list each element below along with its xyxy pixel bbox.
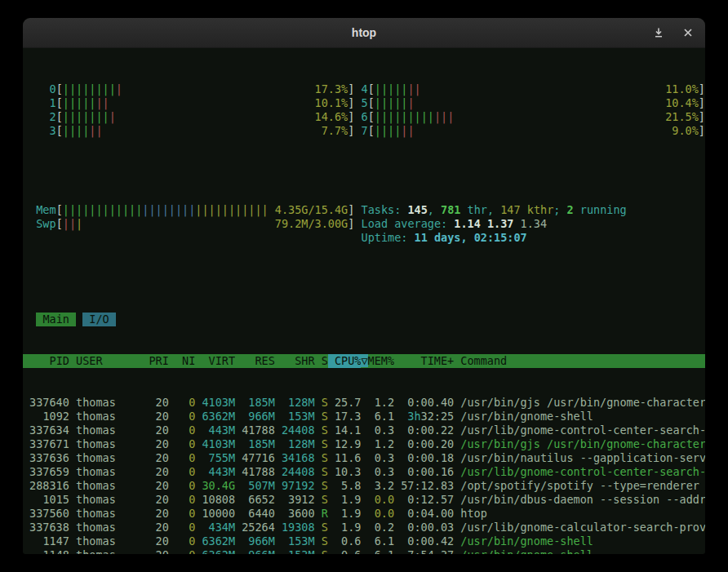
cell-shr: 24408 [275,465,315,479]
column-header-user[interactable]: USER [69,354,142,368]
cell-res: 47716 [235,451,275,465]
cpu-meter-4: 4[|||||||11.0%] [354,82,705,96]
meter-bracket: [ [56,203,63,217]
meter-bracket: [ [56,110,63,124]
process-row-337634[interactable]: 337634thomas200443M4178824408S14.10.30:0… [23,423,705,437]
cell-ni: 0 [169,410,196,423]
tab-main[interactable]: Main [36,313,76,326]
cell-pri: 20 [142,507,169,521]
close-icon[interactable] [682,27,694,38]
cell-time: 0:12.57 [394,493,454,507]
cell-user: thomas [69,396,142,410]
process-row-1147[interactable]: 1147thomas2006362M966M153MS0.66.10:00.42… [23,534,705,548]
process-row-337640[interactable]: 337640thomas2004103M185M128MS25.71.20:00… [23,396,705,410]
column-header-shr[interactable]: SHR [275,354,315,368]
text-segment: Tasks: [362,203,408,217]
meter-bar-green: ||||| [375,96,408,110]
cell-shr: 128M [275,396,315,410]
cell-time: 0:00.42 [394,534,454,548]
cell-user: thomas [69,410,142,423]
meter-bar-red: | [407,96,414,110]
cell-user: thomas [69,521,142,534]
memory-meter: Mem[|||||||||||||||||||||||||||||||4.35G… [23,203,354,217]
uptime: Uptime: 11 days, 02:15:07 [354,231,705,245]
cell-res: 966M [235,534,275,548]
tab-i-o[interactable]: I/O [82,313,116,326]
cell-ni: 0 [169,507,196,521]
text-segment: 147 [500,203,520,217]
cell-ni: 0 [169,479,196,493]
cell-mem: 1.2 [361,396,394,410]
cell-s: S [315,451,328,465]
cell-mem: 3.2 [361,479,394,493]
cell-user: thomas [69,437,142,451]
cell-pid: 337634 [23,423,69,437]
cell-s: S [315,534,328,548]
column-header-ni[interactable]: NI [169,354,196,368]
cell-pid: 337638 [23,521,69,534]
column-header-s[interactable]: S [315,354,328,368]
column-header-mem[interactable]: ▽MEM% [361,354,394,368]
cell-cpu: 10.3 [328,465,362,479]
cell-ni: 0 [169,493,196,507]
process-row-1148[interactable]: 1148thomas2006362M966M153MS0.66.17:54.37… [23,548,705,554]
column-header-cmd[interactable]: Command [454,354,705,368]
cell-pid: 1092 [23,410,69,423]
column-header-res[interactable]: RES [235,354,275,368]
cell-virt: 6362M [195,410,235,423]
meter-bracket: ] [699,82,705,96]
cell-time: 0:00.22 [394,423,454,437]
process-row-337659[interactable]: 337659thomas200443M4178824408S10.30.30:0… [23,465,705,479]
cell-cmd: /usr/bin/gnome-shell [454,534,705,548]
process-row-337560[interactable]: 337560thomas2001000064403600R1.90.00:04.… [23,507,705,521]
cell-pri: 20 [142,493,169,507]
cell-pri: 20 [142,437,169,451]
cell-ni: 0 [169,396,196,410]
process-row-337638[interactable]: 337638thomas200434M2526419308S1.90.20:00… [23,521,705,534]
cell-cmd: htop [454,507,705,521]
cell-s: S [315,493,328,507]
maximize-icon[interactable] [653,27,664,38]
meter-value: 9.0% [672,124,699,138]
process-row-1015[interactable]: 1015thomas2001080866523912S1.90.00:12.57… [23,493,705,507]
column-header-pid[interactable]: PID [23,354,69,368]
process-row-337671[interactable]: 337671thomas2004103M185M128MS12.91.20:00… [23,437,705,451]
text-segment: , [428,203,441,217]
column-header-time[interactable]: TIME+ [394,354,454,368]
cell-user: thomas [69,465,142,479]
process-row-337636[interactable]: 337636thomas200755M4771634168S11.60.30:0… [23,451,705,465]
cell-s: S [315,423,328,437]
text-segment: ; [553,203,566,217]
cell-virt: 434M [195,521,235,534]
cpu-meter-0: 0[|||||||||17.3%] [23,82,354,96]
cell-pri: 20 [142,423,169,437]
process-row-288316[interactable]: 288316thomas20030.4G507M97192S5.83.257:1… [23,479,705,493]
cpu-meter-3: 3[||||||7.7%] [23,124,354,138]
column-header-cpu[interactable]: CPU% [328,354,362,368]
cell-cmd: /opt/spotify/spotify --type=renderer [454,479,705,493]
cell-cmd: /usr/bin/gjs /usr/bin/gnome-character [454,396,705,410]
column-header-virt[interactable]: VIRT [195,354,235,368]
meter-value: 11.0% [665,82,699,96]
column-header-pri[interactable]: PRI [142,354,169,368]
cell-virt: 443M [195,465,235,479]
cell-s: S [315,410,328,423]
cell-cmd: /usr/bin/gnome-shell [454,410,705,423]
process-row-1092[interactable]: 1092thomas2006362M966M153MS17.36.13h32:2… [23,410,705,423]
meter-label: Swp [23,217,56,231]
cell-s: S [315,548,328,554]
meter-value: 79.2M/3.00G [275,217,348,231]
cell-res: 507M [235,479,275,493]
cell-cmd: /usr/bin/nautilus --gapplication-serv [454,451,705,465]
cell-cpu: 0.6 [328,534,362,548]
cell-cpu: 25.7 [328,396,362,410]
cell-mem: 0.2 [361,521,394,534]
cell-shr: 3912 [275,493,315,507]
cell-shr: 97192 [275,479,315,493]
cell-cpu: 12.9 [328,437,362,451]
meter-value: 21.5% [665,110,699,124]
cell-virt: 10000 [195,507,235,521]
text-segment: 1.34 [521,217,548,231]
cell-shr: 153M [275,548,315,554]
meter-label: 5 [354,96,367,110]
